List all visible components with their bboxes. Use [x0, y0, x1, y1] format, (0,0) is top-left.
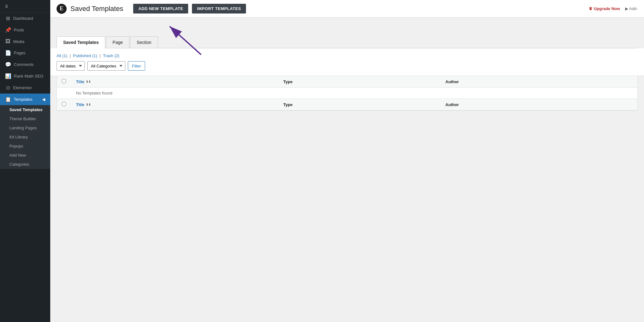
sidebar-item-label: Posts: [14, 28, 24, 32]
tfoot-checkbox: [57, 99, 71, 110]
sidebar-item-pages[interactable]: 📄 Pages: [0, 47, 50, 59]
sidebar-item-add-new[interactable]: Add New: [0, 151, 50, 160]
sidebar-item-templates[interactable]: 📋 Templates ◀: [0, 94, 50, 105]
sidebar-item-theme-builder[interactable]: Theme Builder: [0, 114, 50, 123]
sort-arrows-icon: ⬆⬇: [86, 80, 91, 83]
page-title: Saved Templates: [70, 5, 123, 13]
pages-icon: 📄: [5, 50, 11, 56]
sidebar-item-dashboard[interactable]: ⊞ Dashboard: [0, 13, 50, 24]
filter-button[interactable]: Filter: [128, 61, 145, 71]
kit-library-label: Kit Library: [9, 135, 28, 139]
title-sort-footer-link[interactable]: Title ⬆⬇: [76, 102, 91, 107]
sidebar-item-label: Media: [13, 39, 24, 44]
trash-count: (2): [114, 53, 119, 58]
th-type: Type: [278, 76, 440, 88]
logo-letter: E: [60, 5, 63, 12]
all-count: (1): [62, 53, 67, 58]
media-icon: 🖼: [5, 39, 11, 44]
elementor-logo: E: [57, 4, 67, 14]
sidebar-item-kit-library[interactable]: Kit Library: [0, 132, 50, 142]
th-author: Author: [440, 76, 637, 88]
crown-icon: ♛: [589, 6, 592, 11]
sidebar-item-label: Templates: [14, 97, 32, 102]
author-col-label: Author: [445, 79, 459, 84]
sidebar-item-label: Rank Math SEO: [14, 74, 43, 78]
comments-icon: 💬: [5, 62, 11, 67]
categories-label: Categories: [9, 162, 29, 167]
sidebar-item-landing-pages[interactable]: Landing Pages: [0, 123, 50, 132]
sidebar-logo: ☰: [0, 0, 50, 13]
filter-published-link[interactable]: Published (1): [73, 53, 98, 58]
table-header-row: Title ⬆⬇ Type Author: [57, 76, 637, 88]
published-label: Published: [73, 53, 91, 58]
date-filter-select[interactable]: All dates: [57, 61, 85, 71]
tab-section[interactable]: Section: [130, 36, 158, 48]
category-filter-select[interactable]: All Categories: [87, 61, 125, 71]
saved-templates-label: Saved Templates: [9, 107, 42, 112]
sidebar-item-posts[interactable]: 📌 Posts: [0, 24, 50, 36]
tfoot-type: Type: [278, 99, 440, 110]
upgrade-link[interactable]: ♛ Upgrade Now: [589, 6, 620, 11]
sidebar-item-label: Dashboard: [13, 16, 33, 21]
filter-bar: All (1) | Published (1) | Trash (2) All …: [50, 48, 644, 76]
filter-trash-link[interactable]: Trash (2): [103, 53, 119, 58]
sidebar-item-saved-templates[interactable]: Saved Templates: [0, 105, 50, 114]
content-area: Saved Templates Page Section All (1) | P…: [50, 18, 644, 322]
sidebar-item-elementor[interactable]: ⊙ Elementor: [0, 82, 50, 94]
sidebar-item-popups[interactable]: Popups: [0, 142, 50, 151]
sidebar-item-categories[interactable]: Categories: [0, 160, 50, 169]
add-new-label: Add New: [9, 153, 26, 158]
theme-builder-label: Theme Builder: [9, 116, 36, 121]
tabs-section: Saved Templates Page Section: [50, 30, 644, 48]
play-icon: ▶: [625, 6, 628, 11]
published-count: (1): [92, 53, 97, 58]
templates-table: Title ⬆⬇ Type Author: [57, 76, 637, 110]
tfoot-title-label: Title: [76, 102, 85, 107]
tfoot-author: Author: [440, 99, 637, 110]
filter-all-link[interactable]: All (1): [57, 53, 68, 58]
dashboard-icon: ⊞: [5, 15, 11, 21]
tabs-row: Saved Templates Page Section: [57, 36, 638, 48]
add-label: Add-: [629, 6, 638, 11]
filter-links: All (1) | Published (1) | Trash (2): [57, 53, 638, 58]
title-sort-link[interactable]: Title ⬆⬇: [76, 79, 91, 84]
tfoot-type-label: Type: [283, 102, 292, 107]
tab-page[interactable]: Page: [106, 36, 129, 48]
tfoot-sort-arrows-icon: ⬆⬇: [86, 103, 91, 106]
popups-label: Popups: [9, 144, 23, 148]
filter-controls: All dates All Categories Filter: [57, 61, 638, 71]
templates-icon: 📋: [5, 96, 11, 102]
chevron-icon: ◀: [42, 97, 45, 102]
sidebar-item-rank-math[interactable]: 📊 Rank Math SEO: [0, 70, 50, 82]
no-results-cb: [57, 88, 71, 99]
tab-saved-templates[interactable]: Saved Templates: [57, 36, 105, 48]
trash-label: Trash: [103, 53, 113, 58]
separator-1: |: [70, 53, 72, 58]
sidebar-item-label: Elementor: [13, 85, 32, 90]
tfoot-title: Title ⬆⬇: [71, 99, 278, 110]
th-checkbox: [57, 76, 71, 88]
sidebar: ☰ ⊞ Dashboard 📌 Posts 🖼 Media 📄 Pages 💬 …: [0, 0, 50, 322]
sidebar-item-media[interactable]: 🖼 Media: [0, 36, 50, 47]
separator-2: |: [100, 53, 102, 58]
add-new-template-button[interactable]: ADD NEW TEMPLATE: [133, 4, 188, 13]
landing-pages-label: Landing Pages: [9, 126, 37, 130]
templates-table-wrapper: Title ⬆⬇ Type Author: [57, 76, 638, 111]
import-templates-button[interactable]: IMPORT TEMPLATES: [192, 4, 246, 13]
select-all-checkbox[interactable]: [62, 79, 66, 83]
no-results-message: No Templates found: [71, 88, 637, 99]
posts-icon: 📌: [5, 27, 11, 33]
table-footer-row: Title ⬆⬇ Type Author: [57, 99, 637, 110]
topbar-right: ♛ Upgrade Now ▶ Add-: [589, 6, 638, 11]
select-all-footer-checkbox[interactable]: [62, 102, 66, 106]
no-results-row: No Templates found: [57, 88, 637, 99]
templates-submenu: Saved Templates Theme Builder Landing Pa…: [0, 105, 50, 169]
topbar: E Saved Templates ADD NEW TEMPLATE IMPOR…: [50, 0, 644, 18]
sidebar-item-label: Comments: [14, 62, 34, 67]
elementor-icon: ⊙: [5, 85, 11, 91]
sidebar-item-comments[interactable]: 💬 Comments: [0, 59, 50, 70]
sidebar-item-label: Pages: [14, 51, 25, 55]
rank-math-icon: 📊: [5, 73, 11, 79]
add-addon-link[interactable]: ▶ Add-: [625, 6, 638, 11]
main-area: E Saved Templates ADD NEW TEMPLATE IMPOR…: [50, 0, 644, 322]
